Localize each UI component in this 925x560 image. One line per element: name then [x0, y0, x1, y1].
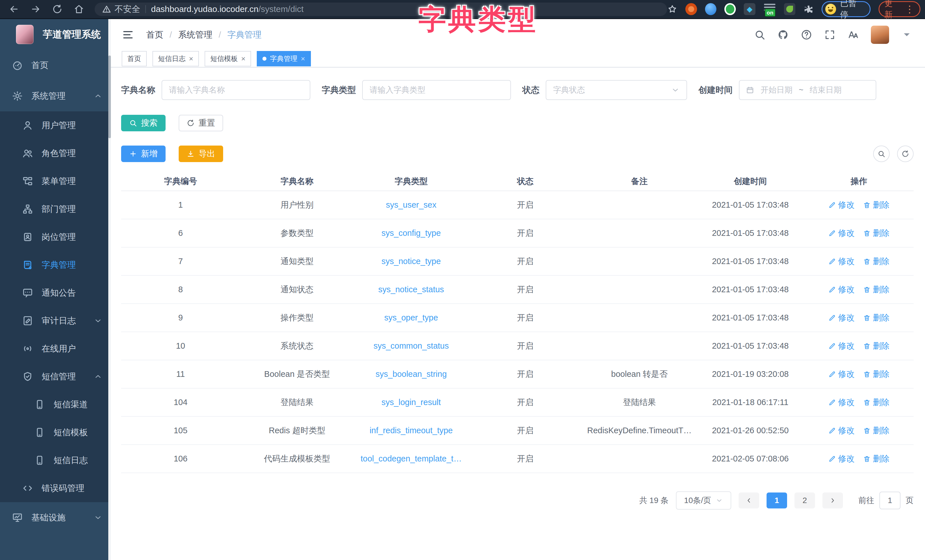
browser-update-button[interactable]: 更新 ⋮	[878, 1, 920, 17]
edit-link[interactable]: 修改	[829, 369, 855, 380]
dict-type-link[interactable]: tool_codegen_template_t…	[354, 454, 468, 464]
sidebar-logo[interactable]: 芋道管理系统	[0, 19, 111, 50]
sidebar-item-dept[interactable]: 部门管理	[0, 195, 111, 223]
sidebar-item-error-code[interactable]: 错误码管理	[0, 474, 111, 502]
edit-link[interactable]: 修改	[829, 284, 855, 295]
sidebar-item-sms-template[interactable]: 短信模板	[0, 418, 111, 446]
sidebar-item-post[interactable]: 岗位管理	[0, 223, 111, 251]
sidebar-item-user[interactable]: 用户管理	[0, 111, 111, 139]
avatar-caret-down-icon[interactable]	[901, 29, 913, 41]
fullscreen-icon[interactable]	[824, 29, 836, 41]
sidebar-item-sms[interactable]: 短信管理	[0, 363, 111, 390]
date-range-picker[interactable]: 开始日期 ~ 结束日期	[739, 80, 876, 100]
breadcrumb-item[interactable]: 系统管理	[178, 29, 212, 41]
page-size-select[interactable]: 10条/页	[676, 491, 731, 510]
extension-icon-leaf[interactable]	[784, 3, 795, 15]
github-icon[interactable]	[777, 29, 789, 41]
sidebar-item-home[interactable]: 首页	[0, 50, 111, 81]
scrollbar-thumb[interactable]	[108, 56, 111, 138]
browser-forward-button[interactable]	[30, 4, 41, 15]
cell-status: 开启	[468, 453, 582, 465]
delete-link[interactable]: 删除	[863, 453, 889, 465]
edit-link[interactable]: 修改	[829, 256, 855, 267]
close-icon[interactable]: ×	[301, 55, 305, 62]
delete-link[interactable]: 删除	[863, 312, 889, 324]
delete-link[interactable]: 删除	[863, 397, 889, 408]
extensions-puzzle-icon[interactable]	[803, 4, 814, 15]
edit-link[interactable]: 修改	[829, 453, 855, 465]
edit-link[interactable]: 修改	[829, 227, 855, 239]
font-size-icon[interactable]	[848, 29, 859, 41]
delete-link[interactable]: 删除	[863, 340, 889, 352]
sidebar-item-audit-log[interactable]: 审计日志	[0, 307, 111, 335]
sidebar-item-notice[interactable]: 通知公告	[0, 279, 111, 307]
delete-link[interactable]: 删除	[863, 369, 889, 380]
user-avatar[interactable]	[871, 26, 889, 44]
tab-home[interactable]: 首页	[122, 51, 147, 66]
edit-link[interactable]: 修改	[829, 312, 855, 324]
close-icon[interactable]: ×	[189, 55, 193, 62]
dict-type-link[interactable]: sys_common_status	[354, 341, 468, 351]
sidebar-scrollbar[interactable]	[108, 19, 111, 560]
tab-sms-template[interactable]: 短信模板 ×	[205, 51, 251, 66]
show-search-toggle-button[interactable]	[873, 146, 890, 162]
close-icon[interactable]: ×	[241, 55, 246, 62]
sidebar-toggle-hamburger-icon[interactable]	[122, 29, 134, 41]
page-number-button[interactable]: 1	[767, 492, 787, 509]
header-search-icon[interactable]	[754, 29, 765, 41]
delete-link[interactable]: 删除	[863, 227, 889, 239]
browser-home-button[interactable]	[74, 4, 84, 15]
address-bar[interactable]: 不安全 dashboard.yudao.iocoder.cn/system/di…	[95, 3, 667, 16]
edit-link[interactable]: 修改	[829, 340, 855, 352]
delete-link[interactable]: 删除	[863, 199, 889, 211]
browser-back-button[interactable]	[9, 4, 20, 15]
refresh-table-button[interactable]	[897, 146, 914, 162]
dict-type-link[interactable]: sys_config_type	[354, 229, 468, 238]
status-select[interactable]: 字典状态	[546, 80, 687, 100]
sidebar-item-sms-channel[interactable]: 短信渠道	[0, 390, 111, 418]
browser-menu-kebab-icon[interactable]: ⋮	[905, 4, 914, 14]
edit-link[interactable]: 修改	[829, 199, 855, 211]
tab-dict[interactable]: 字典管理 ×	[257, 51, 310, 66]
extension-icon-tabs-on[interactable]: on	[764, 3, 776, 16]
goto-page-input[interactable]	[880, 492, 901, 509]
next-page-button[interactable]	[823, 492, 843, 509]
dict-type-link[interactable]: sys_oper_type	[354, 313, 468, 322]
sidebar-item-role[interactable]: 角色管理	[0, 139, 111, 167]
browser-reload-button[interactable]	[52, 4, 63, 15]
profile-paused-pill[interactable]: 已暂停	[821, 1, 870, 17]
dict-type-link[interactable]: sys_notice_type	[354, 257, 468, 266]
tab-sms-log[interactable]: 短信日志 ×	[152, 51, 199, 66]
sidebar-item-menu[interactable]: 菜单管理	[0, 167, 111, 195]
breadcrumb-item[interactable]: 首页	[146, 29, 163, 41]
extension-icon-orange[interactable]	[685, 3, 697, 15]
sidebar-item-online-user[interactable]: 在线用户	[0, 335, 111, 363]
dict-type-link[interactable]: sys_login_result	[354, 397, 468, 407]
sidebar-item-system[interactable]: 系统管理	[0, 81, 111, 111]
extension-icon-diamond[interactable]: ◆	[744, 3, 755, 15]
page-number-button[interactable]: 2	[794, 492, 815, 509]
edit-link[interactable]: 修改	[829, 425, 855, 437]
extension-icon-blue-drop[interactable]	[705, 3, 716, 15]
dict-type-link[interactable]: sys_boolean_string	[354, 369, 468, 379]
delete-link[interactable]: 删除	[863, 256, 889, 267]
delete-link[interactable]: 删除	[863, 284, 889, 295]
dict-type-input[interactable]	[362, 80, 511, 100]
sidebar-item-infra[interactable]: 基础设施	[0, 502, 111, 533]
export-button[interactable]: 导出	[179, 146, 223, 162]
delete-link[interactable]: 删除	[863, 425, 889, 437]
sidebar-item-dict[interactable]: 字典管理	[0, 251, 111, 279]
dict-type-link[interactable]: sys_notice_status	[354, 285, 468, 294]
extension-icon-green[interactable]	[725, 3, 736, 15]
edit-link[interactable]: 修改	[829, 397, 855, 408]
dict-type-link[interactable]: sys_user_sex	[354, 200, 468, 210]
dict-name-input[interactable]	[161, 80, 310, 100]
bookmark-star-icon[interactable]	[667, 4, 677, 15]
help-icon[interactable]	[801, 29, 812, 41]
reset-button[interactable]: 重置	[179, 115, 223, 131]
prev-page-button[interactable]	[739, 492, 759, 509]
search-button[interactable]: 搜索	[121, 115, 166, 131]
sidebar-item-sms-log[interactable]: 短信日志	[0, 446, 111, 474]
add-button[interactable]: 新增	[121, 146, 166, 162]
dict-type-link[interactable]: inf_redis_timeout_type	[354, 426, 468, 435]
